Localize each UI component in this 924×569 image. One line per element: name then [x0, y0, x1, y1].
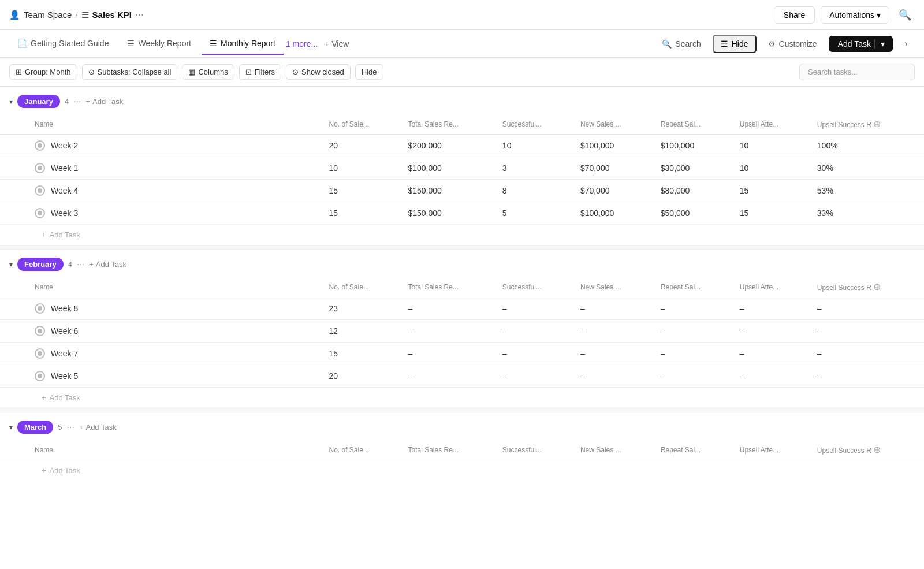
columns-chip[interactable]: ▦ Columns: [182, 64, 234, 80]
share-button[interactable]: Share: [774, 6, 815, 24]
task-successful: 10: [495, 135, 573, 157]
group-add-task-header-january[interactable]: + Add Task: [85, 97, 123, 106]
expand-right-button[interactable]: ›: [897, 35, 915, 53]
task-successful: –: [495, 297, 573, 320]
add-task-row-february[interactable]: + Add Task: [0, 388, 924, 408]
task-newSales: –: [573, 320, 654, 343]
col-add-icon[interactable]: ⊕: [873, 282, 881, 292]
group-add-task-header-february[interactable]: + Add Task: [89, 260, 126, 269]
search-tab-label: Search: [675, 39, 701, 49]
customize-button[interactable]: ⚙ Customize: [761, 36, 824, 52]
task-status-icon[interactable]: [35, 303, 45, 314]
group-by-icon: ⊞: [16, 68, 22, 76]
table-row[interactable]: Week 4 15$150,0008$70,000$80,0001553%: [0, 180, 924, 202]
add-task-row-label: Add Task: [50, 466, 80, 475]
col-header-repeatSales: Repeat Sal...: [654, 440, 733, 460]
hide-chip[interactable]: Hide: [355, 64, 383, 80]
task-status-icon[interactable]: [35, 208, 45, 218]
col-header-newSales: New Sales ...: [573, 277, 654, 297]
task-newSales: –: [573, 365, 654, 388]
table-row[interactable]: Week 3 15$150,0005$100,000$50,0001533%: [0, 202, 924, 225]
add-task-row-march[interactable]: + Add Task: [0, 460, 924, 481]
group-chevron-february: ▾: [9, 261, 13, 269]
task-status-icon[interactable]: [35, 163, 45, 173]
group-add-task-header-march[interactable]: + Add Task: [79, 423, 117, 432]
task-noOfSales: 20: [322, 135, 401, 157]
task-status-icon[interactable]: [35, 371, 45, 381]
search-tab-button[interactable]: 🔍 Search: [655, 36, 707, 52]
task-newSales: $70,000: [573, 180, 654, 202]
tab-weekly-report[interactable]: ☰ Weekly Report: [119, 33, 199, 55]
task-upsellAtte: –: [733, 297, 810, 320]
table-row[interactable]: Week 7 15––––––: [0, 343, 924, 365]
group-header-march[interactable]: ▾ March 5 ··· + Add Task: [0, 412, 924, 440]
task-upsellAtte: –: [733, 320, 810, 343]
col-add-icon[interactable]: ⊕: [873, 445, 881, 455]
col-header-successful: Successful...: [495, 277, 573, 297]
table-row[interactable]: Week 6 12––––––: [0, 320, 924, 343]
filters-icon: ⊡: [245, 68, 252, 76]
add-task-plus-icon: +: [42, 230, 46, 239]
automations-label: Automations: [829, 10, 874, 20]
task-status-icon[interactable]: [35, 185, 45, 196]
main-content: ▾ January 4 ··· + Add Task NameNo. of Sa…: [0, 87, 924, 568]
page-options-button[interactable]: ···: [135, 9, 144, 21]
task-name-label: Week 6: [51, 326, 78, 336]
task-successful: 8: [495, 180, 573, 202]
group-chevron-january: ▾: [9, 98, 13, 106]
table-row[interactable]: Week 1 10$100,0003$70,000$30,0001030%: [0, 157, 924, 180]
workspace[interactable]: 👤 Team Space: [9, 10, 72, 20]
add-task-button[interactable]: Add Task ▾: [829, 36, 893, 52]
workspace-icon: 👤: [9, 10, 20, 20]
search-icon-button[interactable]: 🔍: [895, 5, 915, 25]
task-status-icon[interactable]: [35, 326, 45, 336]
add-task-chevron: ▾: [874, 39, 885, 49]
task-successful: 5: [495, 202, 573, 225]
group-header-january[interactable]: ▾ January 4 ··· + Add Task: [0, 87, 924, 114]
col-add-icon[interactable]: ⊕: [873, 119, 881, 129]
show-closed-chip[interactable]: ⊙ Show closed: [286, 64, 351, 80]
tab-getting-started[interactable]: 📄 Getting Started Guide: [9, 33, 117, 55]
table-row[interactable]: Week 8 23––––––: [0, 297, 924, 320]
group-options-february[interactable]: ···: [77, 259, 84, 270]
col-header-name: Name: [0, 277, 322, 297]
tab-more-button[interactable]: 1 more...: [286, 39, 318, 49]
show-closed-label: Show closed: [301, 68, 344, 76]
group-options-january[interactable]: ···: [73, 96, 81, 107]
group-options-march[interactable]: ···: [67, 422, 74, 433]
task-status-icon[interactable]: [35, 348, 45, 359]
task-status-icon[interactable]: [35, 140, 45, 151]
search-tasks-input[interactable]: Search tasks...: [799, 64, 915, 80]
col-header-noOfSales: No. of Sale...: [322, 277, 401, 297]
add-task-row-january[interactable]: + Add Task: [0, 225, 924, 245]
group-count-march: 5: [58, 423, 62, 432]
group-divider: [0, 408, 924, 412]
group-header-february[interactable]: ▾ February 4 ··· + Add Task: [0, 250, 924, 277]
hide-icon: ☰: [721, 39, 728, 49]
task-repeatSales: –: [654, 365, 733, 388]
table-row[interactable]: Week 2 20$200,00010$100,000$100,00010100…: [0, 135, 924, 157]
task-repeatSales: $50,000: [654, 202, 733, 225]
group-by-chip[interactable]: ⊞ Group: Month: [9, 64, 77, 80]
task-upsellAtte: 15: [733, 202, 810, 225]
subtasks-label: Subtasks: Collapse all: [98, 68, 172, 76]
hide-chip-label: Hide: [362, 68, 377, 76]
subtasks-chip[interactable]: ⊙ Subtasks: Collapse all: [82, 64, 178, 80]
tab-monthly-report-icon: ☰: [210, 39, 217, 48]
col-header-successful: Successful...: [495, 114, 573, 135]
task-name-label: Week 4: [51, 186, 78, 195]
table-row[interactable]: Week 5 20––––––: [0, 365, 924, 388]
filters-chip[interactable]: ⊡ Filters: [239, 64, 281, 80]
hide-button[interactable]: ☰ Hide: [713, 35, 757, 53]
add-task-label: Add Task: [838, 39, 871, 49]
col-header-successful: Successful...: [495, 440, 573, 460]
automations-button[interactable]: Automations ▾: [821, 6, 889, 24]
group-count-january: 4: [65, 97, 69, 106]
tab-monthly-report[interactable]: ☰ Monthly Report: [202, 33, 284, 55]
tab-weekly-report-label: Weekly Report: [138, 39, 191, 48]
task-upsellAtte: 10: [733, 157, 810, 180]
task-newSales: $100,000: [573, 202, 654, 225]
add-view-button[interactable]: + View: [325, 39, 349, 49]
task-noOfSales: 15: [322, 202, 401, 225]
columns-label: Columns: [198, 68, 228, 76]
